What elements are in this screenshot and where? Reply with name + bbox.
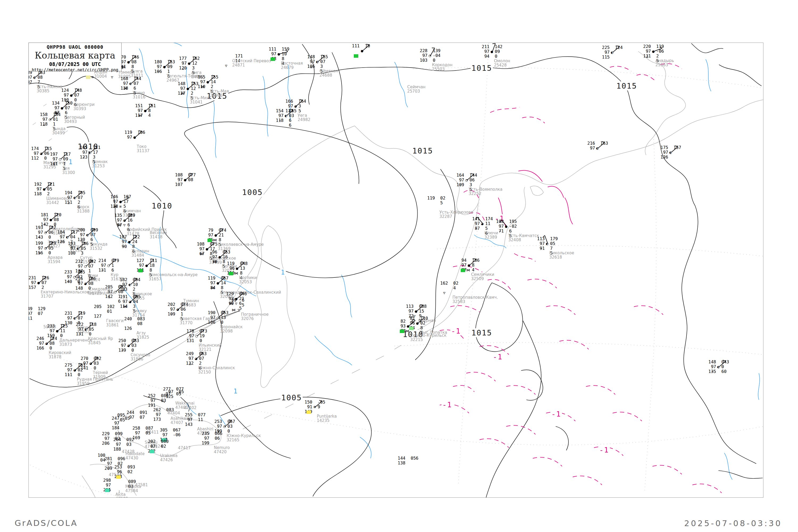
cloud-cover-icon: ●	[187, 87, 189, 91]
isobar-label: 1015	[471, 328, 493, 337]
grads-credit: GrADS/COLA	[15, 518, 78, 528]
weather-ring-map-page: { "header": { "code_line": "QHPP98 UAOL …	[0, 0, 798, 532]
station-right-values: 07711	[198, 413, 206, 422]
weather-symbol-icon: ⋈	[124, 86, 127, 91]
cloud-cover-icon: ⊗	[314, 405, 316, 409]
cloud-cover-icon: ○	[114, 290, 116, 294]
temp-contour-label: -1	[441, 401, 453, 409]
weather-symbol-icon: △	[43, 122, 45, 127]
station-left-values: 24697166	[36, 336, 44, 350]
station-left-values: 19397100	[68, 241, 76, 255]
station-left-values: 111	[352, 44, 360, 49]
station-left-values: 26297173	[153, 407, 161, 422]
station-name-label: Сеймчан25703	[407, 85, 425, 93]
station-name-label: Угино31016	[133, 91, 146, 99]
cloud-cover-icon: ◐	[77, 247, 79, 251]
precip-marker-square	[229, 272, 233, 275]
cloud-cover-icon: ◐	[717, 365, 720, 369]
weather-symbol-icon: △	[53, 162, 55, 166]
precip-marker-square	[138, 269, 143, 272]
weather-symbol-icon: △	[310, 64, 312, 69]
station-name-label: Усть-Нюкжа30385	[37, 84, 62, 93]
cloud-cover-icon: ●	[206, 247, 208, 251]
station-left-values: 22997206	[102, 432, 110, 446]
weather-symbol-icon: △	[68, 200, 70, 205]
station-right-values: 142090	[495, 44, 502, 59]
weather-symbol-icon: ⋈	[200, 251, 204, 256]
station-right-values: 025	[440, 196, 445, 205]
station-right-values: 12907	[38, 306, 45, 316]
weather-symbol-icon: ~	[459, 183, 461, 187]
weather-symbol-icon: ⋈	[211, 285, 214, 290]
station-name-label: Пограничное32076	[241, 312, 269, 321]
cloud-cover-icon: ●	[235, 297, 237, 301]
pink-contour-solid-paths	[498, 170, 573, 227]
cloud-cover-icon: ●	[218, 255, 221, 259]
station-name-label: Екатерино-Никольское31707	[41, 290, 89, 299]
cloud-cover-icon: ◐	[33, 76, 36, 79]
cloud-cover-icon: ◕	[195, 357, 197, 361]
precip-marker-square	[86, 76, 91, 79]
station-name-label: Тында30499	[52, 127, 65, 135]
cloud-cover-icon: ●	[188, 61, 190, 65]
isobar-label: 1015	[471, 63, 493, 73]
station-name-label: Morioka47584	[125, 484, 141, 493]
station-name-label: Южно-Сахалинск32150	[198, 366, 235, 374]
station-name-label: Комсомольск-на-Амуре31657	[149, 273, 198, 281]
cloud-cover-icon: ◕	[73, 368, 76, 372]
weather-symbol-icon: △	[189, 361, 191, 366]
cloud-cover-icon: ●	[407, 324, 409, 328]
weather-symbol-icon: ⋈	[201, 84, 204, 89]
station-name-label: Wakkanai47401	[175, 401, 194, 410]
station-name-label: Зея31300	[62, 166, 75, 175]
station-right-values: 139-040	[433, 49, 440, 63]
station-name-label: Петропавловск-Камч.32583	[453, 295, 498, 304]
station-name-label: Восточная24679	[281, 61, 303, 70]
temp-contour-label-positive: 1	[280, 269, 286, 276]
weather-symbol-icon: ~	[79, 332, 81, 337]
station-left-values: 24997111	[28, 306, 33, 321]
cloud-cover-icon: ◐	[84, 327, 87, 331]
title-box: QHPP98 UAOL 080000 Кольцевая карта 08/07…	[28, 42, 121, 71]
cloud-cover-icon: ◕	[176, 307, 179, 311]
cloud-cover-icon: ◕	[129, 300, 131, 304]
render-timestamp: 2025-07-08-03:30	[684, 519, 782, 528]
station-name-label: Коркодон25503	[432, 63, 453, 71]
station-name-label: Nemuro47420	[214, 445, 230, 454]
station-id-label: 47417	[178, 445, 191, 450]
cloud-cover-icon: ○	[216, 316, 219, 320]
weather-symbol-icon: ▽	[225, 63, 227, 68]
cloud-cover-icon: ●	[236, 267, 238, 270]
cloud-cover-icon: ◐	[129, 82, 132, 86]
cloud-cover-icon: ●	[70, 93, 72, 97]
station-name-label: Охотский Перевоз24871	[232, 59, 271, 67]
cloud-cover-icon: ●	[416, 321, 418, 325]
cloud-cover-icon: ◐	[129, 283, 131, 287]
station-name-label: Южно-Курильск32165	[227, 434, 261, 442]
station-name-label: Urakawa47426	[160, 454, 177, 462]
weather-symbol-icon: ~	[121, 348, 124, 353]
precip-marker-square	[409, 327, 414, 330]
station-left-values: 17897131	[187, 329, 194, 343]
precip-marker-square	[354, 54, 358, 58]
weather-symbol-icon: ◇	[108, 466, 110, 471]
weather-symbol-icon: ⋈	[123, 304, 127, 309]
station-left-values: 11997	[125, 130, 132, 140]
weather-symbol-icon: ~	[663, 155, 666, 159]
weather-symbol-icon: △	[182, 66, 184, 71]
cloud-cover-icon: ○	[195, 334, 198, 338]
cloud-cover-icon: ●	[184, 178, 186, 182]
station-name-label: Никольское32618	[549, 251, 574, 259]
station-name-label: Hakodate47430	[126, 452, 145, 460]
isobar-label: 1010	[151, 201, 173, 210]
isobar-label: 1015	[615, 81, 638, 91]
weather-symbol-icon: ▽	[111, 75, 113, 79]
weather-symbol-icon: ~	[60, 240, 62, 244]
station-name-label: Дальнереченск31873	[59, 338, 92, 347]
bulletin-code: QHPP98 UAOL 080000	[29, 44, 121, 50]
cloud-cover-icon: ◕	[89, 361, 92, 365]
station-left-values: 144138	[398, 456, 405, 466]
weather-symbol-icon: △	[646, 54, 648, 58]
precip-marker-square	[116, 475, 121, 479]
weather-symbol-icon: ≡	[38, 251, 40, 255]
